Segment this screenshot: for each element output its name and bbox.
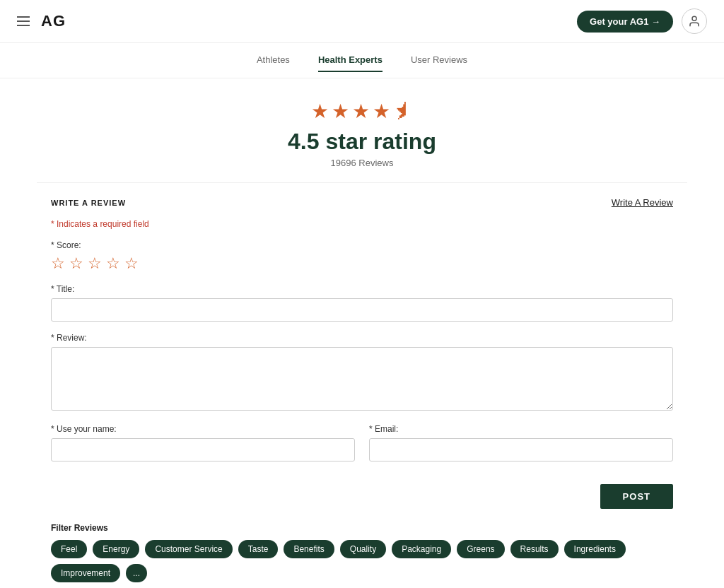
email-input[interactable] (369, 438, 673, 461)
tab-user-reviews[interactable]: User Reviews (411, 54, 467, 72)
score-star-1[interactable]: ☆ (51, 254, 65, 273)
write-review-section: WRITE A REVIEW Write A Review * Indicate… (37, 197, 687, 509)
review-field: * Review: (51, 333, 673, 413)
score-stars[interactable]: ☆ ☆ ☆ ☆ ☆ (51, 254, 673, 273)
post-btn-row: POST (51, 484, 673, 509)
email-field: * Email: (369, 424, 673, 461)
filter-tag-more[interactable]: ... (126, 564, 147, 582)
filter-tag-ingredients[interactable]: Ingredients (564, 540, 626, 558)
filter-tag-greens[interactable]: Greens (457, 540, 504, 558)
filter-tag-benefits[interactable]: Benefits (284, 540, 334, 558)
header: AG Get your AG1 → (0, 0, 724, 43)
review-label: * Review: (51, 333, 673, 343)
score-star-4[interactable]: ☆ (106, 254, 120, 273)
star-3-icon: ★ (352, 100, 370, 123)
rating-number: 4.5 star rating (288, 129, 436, 155)
review-textarea[interactable] (51, 347, 673, 411)
write-review-header: WRITE A REVIEW Write A Review (51, 197, 673, 208)
filter-tag-customer-service[interactable]: Customer Service (145, 540, 232, 558)
name-label: * Use your name: (51, 424, 355, 434)
filter-tag-quality[interactable]: Quality (340, 540, 386, 558)
required-note: * Indicates a required field (51, 219, 673, 229)
title-label: * Title: (51, 284, 673, 294)
score-star-2[interactable]: ☆ (69, 254, 83, 273)
filter-tag-feel[interactable]: Feel (51, 540, 87, 558)
filter-tag-taste[interactable]: Taste (238, 540, 279, 558)
tab-athletes[interactable]: Athletes (257, 54, 290, 72)
star-5-half-icon: ⯨ (393, 100, 413, 123)
rating-stars-display: ★ ★ ★ ★ ⯨ (311, 100, 413, 123)
filter-tags: Feel Energy Customer Service Taste Benef… (51, 540, 673, 582)
filter-tag-improvement[interactable]: Improvement (51, 564, 120, 582)
tabs-nav: Athletes Health Experts User Reviews (0, 43, 724, 78)
post-button[interactable]: POST (600, 484, 673, 509)
name-input[interactable] (51, 438, 355, 461)
score-label: * Score: (51, 240, 673, 250)
filter-tag-energy[interactable]: Energy (93, 540, 139, 558)
filter-tag-packaging[interactable]: Packaging (392, 540, 451, 558)
user-account-button[interactable] (682, 8, 707, 34)
filter-section: Filter Reviews Feel Energy Customer Serv… (37, 523, 687, 588)
title-field: * Title: (51, 284, 673, 322)
get-ag1-button[interactable]: Get your AG1 → (577, 11, 673, 33)
svg-point-0 (692, 16, 696, 20)
write-review-title: WRITE A REVIEW (51, 199, 126, 207)
section-divider (37, 182, 687, 183)
score-star-3[interactable]: ☆ (88, 254, 102, 273)
score-star-5[interactable]: ☆ (124, 254, 139, 273)
header-right: Get your AG1 → (577, 8, 707, 34)
name-field: * Use your name: (51, 424, 355, 461)
rating-section: ★ ★ ★ ★ ⯨ 4.5 star rating 19696 Reviews (0, 78, 724, 182)
review-count: 19696 Reviews (331, 158, 394, 168)
title-input[interactable] (51, 298, 673, 322)
filter-tag-results[interactable]: Results (510, 540, 559, 558)
name-email-row: * Use your name: * Email: (51, 424, 673, 473)
score-field: * Score: ☆ ☆ ☆ ☆ ☆ (51, 240, 673, 273)
header-left: AG (17, 12, 66, 30)
logo: AG (41, 12, 66, 30)
star-2-icon: ★ (332, 100, 349, 123)
tab-health-experts[interactable]: Health Experts (318, 54, 383, 72)
star-1-icon: ★ (311, 100, 329, 123)
star-4-icon: ★ (373, 100, 390, 123)
hamburger-icon[interactable] (17, 16, 30, 26)
filter-label: Filter Reviews (51, 523, 673, 533)
email-label: * Email: (369, 424, 673, 434)
write-review-link[interactable]: Write A Review (612, 197, 673, 208)
